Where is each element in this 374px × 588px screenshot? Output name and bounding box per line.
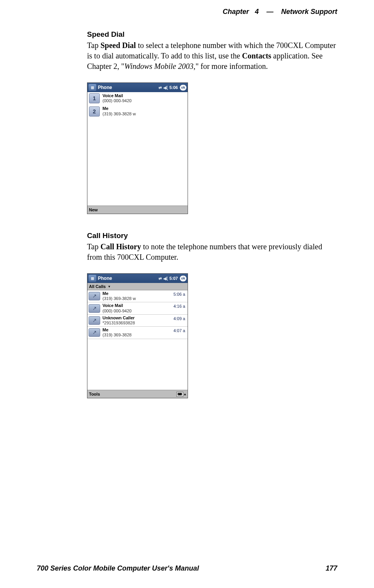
app-title: Phone — [98, 276, 112, 281]
ok-button[interactable]: ok — [180, 85, 186, 91]
contact-name: Me — [102, 106, 136, 111]
speed-dial-list: 1 Voice Mail (000) 000-9420 2 Me (319) 3… — [87, 92, 188, 206]
keyboard-icon[interactable]: ⌨ — [176, 392, 183, 397]
call-history-item[interactable]: ↗ Me (319) 369-3828 4:07 a — [87, 327, 188, 339]
connectivity-icon[interactable]: ⇄ — [159, 86, 162, 90]
outgoing-call-icon: ↗ — [89, 292, 100, 300]
contact-name: Voice Mail — [102, 303, 173, 308]
speaker-icon[interactable]: ◀ξ — [163, 86, 168, 90]
call-time: 4:07 a — [173, 328, 186, 333]
bottom-toolbar: New — [87, 206, 188, 214]
contact-name: Me — [102, 291, 173, 296]
speed-dial-item[interactable]: 2 Me (319) 369-3828 w — [87, 105, 188, 118]
call-history-item[interactable]: ↗ Me (319) 369-3828 w 5:06 a — [87, 290, 188, 302]
outgoing-call-icon: ↗ — [89, 316, 100, 325]
filter-bar[interactable]: All Calls ▼ — [87, 283, 188, 290]
section-heading-call-history: Call History — [87, 231, 336, 240]
clock: 5:07 — [169, 276, 178, 281]
speed-dial-bold: Speed Dial — [101, 41, 136, 50]
chapter-number: 4 — [255, 8, 259, 15]
windows-mobile-italic: Windows Mobile 2003, — [124, 62, 195, 70]
app-title: Phone — [98, 85, 112, 90]
speed-dial-item[interactable]: 1 Voice Mail (000) 000-9420 — [87, 92, 188, 105]
bottom-toolbar: Tools ⌨ ▴ — [87, 390, 188, 398]
speed-dial-screenshot: ⊞ Phone ⇄ ◀ξ 5:06 ok 1 Voice Mail (000) … — [87, 82, 188, 214]
speaker-icon[interactable]: ◀ξ — [163, 276, 168, 281]
dropdown-arrow-icon: ▼ — [108, 285, 111, 288]
call-history-item[interactable]: ↗ Unknown Caller *2913193693828 4:09 a — [87, 315, 188, 327]
contact-number: *2913193693828 — [102, 321, 173, 326]
contact-name: Unknown Caller — [102, 315, 173, 321]
page-number: 177 — [326, 564, 337, 573]
speed-dial-paragraph: Tap Speed Dial to select a telephone num… — [87, 40, 336, 72]
contact-name: Me — [102, 327, 173, 333]
start-icon[interactable]: ⊞ — [89, 275, 96, 282]
call-history-screenshot: ⊞ Phone ⇄ ◀ξ 5:07 ok All Calls ▼ ↗ Me (3… — [87, 273, 188, 398]
speed-dial-number-badge: 2 — [89, 106, 100, 117]
call-time: 4:16 a — [173, 304, 186, 309]
page-header: Chapter 4 — Network Support — [223, 8, 337, 16]
contact-number: (000) 000-9420 — [102, 309, 173, 314]
call-history-item[interactable]: ↗ Voice Mail (000) 000-9420 4:16 a — [87, 302, 188, 314]
contact-number: (319) 369-3828 w — [102, 296, 173, 301]
titlebar[interactable]: ⊞ Phone ⇄ ◀ξ 5:07 ok — [87, 274, 188, 283]
header-dash: — — [266, 8, 273, 15]
header-title: Network Support — [281, 8, 337, 15]
clock: 5:06 — [169, 85, 178, 90]
outgoing-call-icon: ↗ — [89, 328, 100, 337]
page-footer: 700 Series Color Mobile Computer User's … — [37, 564, 337, 573]
ok-button[interactable]: ok — [180, 276, 186, 281]
outgoing-call-icon: ↗ — [89, 304, 100, 313]
titlebar[interactable]: ⊞ Phone ⇄ ◀ξ 5:06 ok — [87, 83, 188, 92]
contacts-bold: Contacts — [242, 51, 272, 60]
up-arrow-icon[interactable]: ▴ — [184, 392, 186, 396]
manual-title: 700 Series Color Mobile Computer User's … — [37, 564, 199, 573]
contact-number: (319) 369-3828 — [102, 333, 173, 338]
filter-label: All Calls — [89, 284, 106, 289]
contact-number: (000) 000-9420 — [102, 98, 131, 103]
call-history-list: ↗ Me (319) 369-3828 w 5:06 a ↗ Voice Mai… — [87, 290, 188, 390]
start-icon[interactable]: ⊞ — [89, 84, 96, 91]
new-button[interactable]: New — [89, 207, 98, 212]
call-time: 5:06 a — [173, 292, 186, 297]
section-heading-speed-dial: Speed Dial — [87, 30, 336, 39]
call-history-bold: Call History — [101, 242, 141, 251]
call-history-paragraph: Tap Call History to note the telephone n… — [87, 242, 336, 262]
speed-dial-number-badge: 1 — [89, 93, 100, 103]
contact-name: Voice Mail — [102, 93, 131, 98]
tools-button[interactable]: Tools — [89, 392, 100, 396]
chapter-label: Chapter — [223, 8, 249, 15]
contact-number: (319) 369-3828 w — [102, 111, 136, 117]
connectivity-icon[interactable]: ⇄ — [159, 276, 162, 281]
call-time: 4:09 a — [173, 316, 186, 321]
